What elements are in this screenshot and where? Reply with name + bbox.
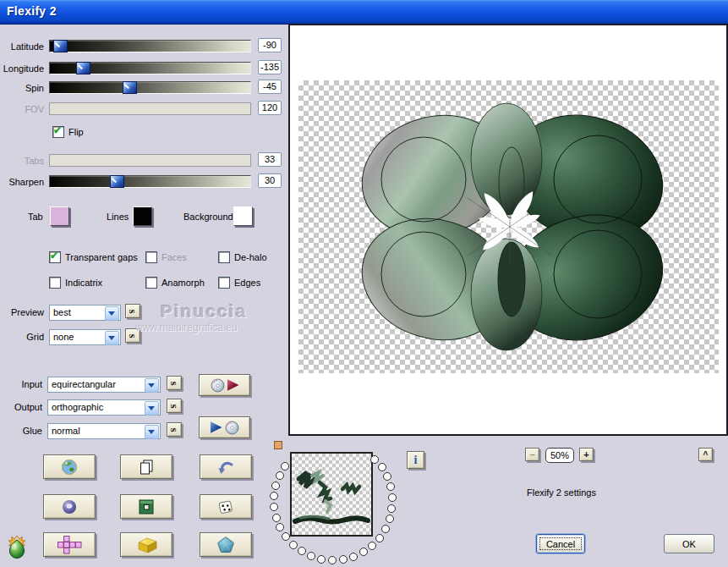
collapse-button[interactable]: ^ [698,448,713,461]
input-select[interactable]: equirectangular [47,377,161,393]
frame-button[interactable] [120,494,172,519]
preview-canvas[interactable] [288,24,728,436]
copy-pages-icon [138,459,155,476]
dial-dot [289,541,298,549]
dial-dot [383,472,391,481]
tabs-value[interactable]: 33 [258,152,282,167]
play-triangle-icon [227,379,239,391]
zoom-in-button[interactable]: + [579,448,594,461]
source-thumbnail[interactable] [290,452,373,537]
slider-thumb[interactable] [76,62,90,74]
preview-select-value: best [53,307,71,317]
longitude-slider-track[interactable] [49,62,251,74]
grid-select-value: none [53,332,74,342]
chevron-down-icon[interactable] [105,306,119,321]
anamorph-checkbox[interactable] [145,277,157,289]
input-reset-button[interactable]: s [167,376,182,390]
grid-select-label: Grid [0,332,44,342]
copy-button[interactable] [120,454,172,479]
torus-button[interactable] [43,494,96,519]
watermark-name: Pinuccia [161,301,247,322]
dial-dot [270,503,278,511]
dial-dot [386,482,395,491]
polyhedron-button[interactable] [200,532,252,557]
background-color-swatch[interactable] [233,206,253,226]
fov-label: FOV [0,104,44,114]
chevron-down-icon[interactable] [145,378,159,393]
lines-color-swatch[interactable] [133,206,152,226]
dial-dot [298,547,306,555]
latitude-label: Latitude [0,41,44,52]
tab-color-swatch[interactable] [50,206,69,226]
grid-reset-button[interactable]: s [125,328,140,343]
cd-save-icon [225,421,239,435]
dial-dot [307,552,315,560]
source-thumbnail-art [292,454,371,535]
dial-handle[interactable] [274,441,282,449]
dial-dot [272,514,281,522]
glue-reset-button[interactable]: s [167,422,182,437]
transparent-gaps-label: Transparent gaps [65,252,138,262]
brick-button[interactable] [120,532,172,557]
spin-value[interactable]: -45 [258,80,282,94]
dial-dot [317,555,326,564]
window-title: Flexify 2 [7,4,57,18]
titlebar[interactable]: Flexify 2 [0,0,728,25]
info-button[interactable]: i [407,451,424,469]
globe-button[interactable] [43,454,96,479]
anamorph-label: Anamorph [161,278,205,288]
edges-checkbox[interactable] [218,277,230,289]
preview-select[interactable]: best [49,305,121,321]
dial-dot [359,548,368,556]
zoom-out-button[interactable]: – [525,448,539,461]
latitude-slider-track[interactable] [49,40,251,52]
output-select-label: Output [0,402,42,412]
sharpen-slider-track[interactable] [49,175,251,188]
fov-value[interactable]: 120 [258,101,282,115]
ok-button[interactable]: OK [664,534,714,553]
dial-dot [370,455,379,464]
chevron-down-icon[interactable] [145,401,159,416]
unfolded-cube-button[interactable] [43,532,96,557]
unfolded-cube-icon [57,536,82,554]
tabs-label: Tabs [0,156,44,166]
dial-dot [387,504,396,513]
slider-thumb[interactable] [110,175,124,188]
globe-icon [61,459,78,476]
transparent-gaps-checkbox[interactable] [49,251,61,263]
chevron-down-icon[interactable] [145,425,159,439]
latitude-value[interactable]: -90 [258,38,282,52]
zoom-level[interactable]: 50% [545,448,574,463]
de-halo-checkbox[interactable] [218,251,230,263]
load-settings-button[interactable] [199,374,250,396]
undo-arrow-icon [217,460,234,475]
faces-label: Faces [161,252,187,262]
slider-thumb[interactable] [123,81,137,94]
preview-reset-button[interactable]: s [125,304,140,318]
output-select[interactable]: orthographic [47,399,161,416]
indicatrix-checkbox[interactable] [49,277,61,289]
grid-select[interactable]: none [49,329,121,345]
slider-thumb[interactable] [53,40,68,52]
flip-label: Flip [68,127,84,137]
plus-icon: + [583,449,588,460]
dial-dot [339,555,348,564]
flaming-pear-logo-icon [4,534,30,561]
s-reset-icon: s [129,309,137,313]
save-settings-button[interactable] [199,416,250,438]
info-icon: i [414,454,418,467]
chevron-down-icon[interactable] [105,331,119,345]
cancel-button[interactable]: Cancel [536,534,585,553]
undo-button[interactable] [200,454,252,479]
dial-dot [368,542,376,550]
flip-checkbox[interactable] [52,126,64,138]
spin-slider-track[interactable] [49,81,251,94]
flower-render [298,80,719,373]
longitude-value[interactable]: -135 [258,60,282,74]
glue-select[interactable]: normal [47,423,161,439]
glue-select-label: Glue [0,426,42,436]
dial-dot [388,493,397,502]
sharpen-value[interactable]: 30 [258,173,282,188]
output-reset-button[interactable]: s [167,399,182,413]
dice-button[interactable] [200,494,252,519]
